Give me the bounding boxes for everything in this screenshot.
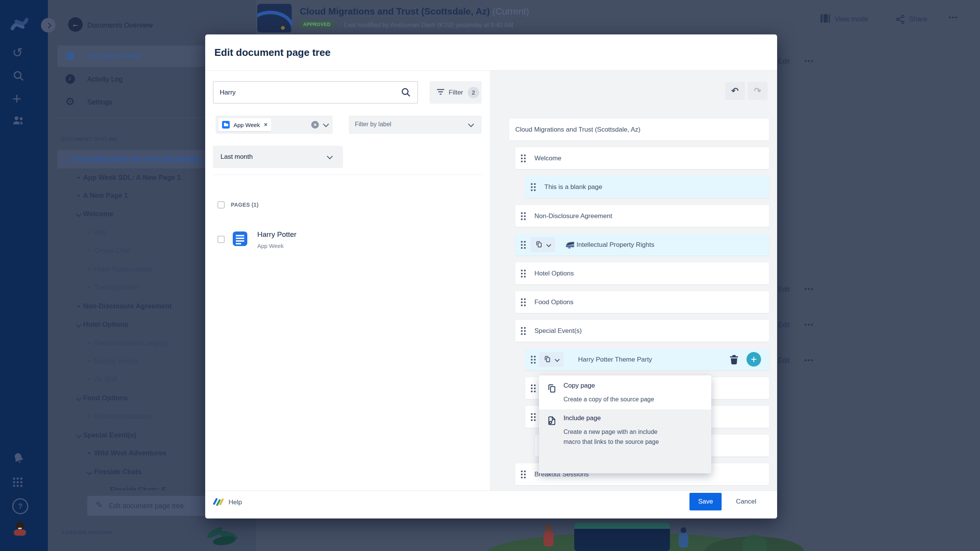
edit-link[interactable]: Edit [778, 285, 790, 293]
pages-group-checkbox[interactable] [217, 201, 225, 209]
drag-handle-icon[interactable] [521, 154, 526, 163]
k15t-logo-icon [214, 497, 224, 507]
create-icon[interactable]: + [12, 90, 21, 108]
view-mode-button[interactable]: View mode [835, 15, 869, 23]
space-chip[interactable]: App Week ✕ [218, 118, 271, 131]
expand-sidebar-button[interactable] [41, 18, 56, 33]
undo-button[interactable]: ↶ [725, 82, 745, 100]
bell-icon[interactable] [10, 450, 27, 468]
copy-icon [535, 240, 543, 250]
result-checkbox[interactable] [217, 236, 225, 243]
bullet-icon: • [77, 168, 80, 187]
clear-filter-icon[interactable]: ✕ [311, 121, 319, 129]
drag-handle-icon[interactable] [531, 413, 536, 421]
drag-handle-icon[interactable] [521, 241, 526, 249]
drag-handle-icon[interactable] [531, 355, 536, 364]
result-title[interactable]: Harry Potter [257, 230, 296, 239]
help-link[interactable]: Help [214, 497, 242, 507]
people-icon[interactable] [12, 115, 24, 127]
delete-page-button[interactable] [729, 354, 739, 366]
section-edit-row[interactable]: Edit••• [778, 357, 814, 365]
screen: ↺ + ? ← Documents Overview Document View… [0, 0, 980, 551]
filter-count-badge: 2 [468, 87, 479, 98]
share-button[interactable]: Share [909, 15, 927, 23]
redo-button[interactable]: ↷ [748, 82, 768, 100]
thumbnail-dot [281, 26, 285, 30]
chevron-down-icon [468, 121, 474, 127]
page-more-button[interactable]: ••• [949, 14, 958, 22]
space-filter-select[interactable]: App Week ✕ ✕ [216, 116, 333, 134]
chevron-down-icon [555, 357, 560, 362]
bullet-icon: • [88, 241, 91, 260]
drag-handle-icon[interactable] [521, 470, 526, 479]
tree-row-harry-potter-theme-party[interactable]: Harry Potter Theme Party + [525, 349, 769, 370]
drag-handle-icon[interactable] [531, 183, 536, 191]
bullet-icon: • [77, 186, 80, 205]
filter-button[interactable]: Filter 2 [430, 81, 482, 104]
last-modified-text: , Last modified by Anshuman Dash (K15t) … [339, 22, 513, 29]
chevron-down-icon[interactable] [323, 121, 329, 127]
clock-icon [65, 74, 75, 86]
breadcrumb[interactable]: Documents Overview [87, 21, 153, 29]
bullet-icon: • [88, 223, 91, 242]
tree-row[interactable]: This is a blank page [525, 176, 769, 198]
status-badge: APPROVED [300, 20, 334, 29]
drag-handle-icon[interactable] [521, 212, 526, 220]
back-button[interactable]: ← [68, 17, 83, 32]
app-switcher-icon[interactable] [12, 477, 23, 487]
search-icon[interactable] [400, 87, 411, 99]
drag-handle-icon[interactable] [521, 298, 526, 306]
copy-split-button[interactable] [531, 237, 555, 252]
edit-link[interactable]: Edit [778, 57, 790, 65]
version-history-section[interactable]: VERSION HISTORY [61, 530, 113, 535]
edit-link[interactable]: Edit [778, 357, 790, 364]
illustration-person-head [546, 525, 552, 531]
bullet-icon: • [88, 260, 91, 279]
tree-row[interactable]: Food Options [515, 291, 769, 313]
label-filter-select[interactable]: Filter by label [349, 116, 482, 134]
illustration-person-head [681, 527, 686, 533]
bullet-icon: • [88, 370, 91, 388]
bullet-icon: • [77, 297, 80, 315]
search-icon[interactable] [12, 70, 24, 83]
section-edit-row[interactable]: Edit••• [778, 57, 814, 65]
drag-handle-icon[interactable] [531, 384, 536, 393]
tree-row[interactable]: Non-Disclosure Agreement [515, 205, 769, 227]
filter-icon [436, 88, 445, 98]
search-input[interactable] [213, 81, 418, 104]
section-edit-row[interactable]: Edit••• [778, 285, 814, 293]
drag-handle-icon[interactable] [521, 327, 526, 335]
section-edit-row[interactable]: Edit••• [778, 321, 814, 329]
history-icon[interactable]: ↺ [12, 45, 23, 60]
tree-row[interactable]: Special Event(s) [515, 320, 769, 342]
copy-icon [544, 355, 551, 365]
section-more-button[interactable]: ••• [804, 357, 814, 364]
date-filter-select[interactable]: Last month [213, 146, 343, 168]
tree-row[interactable]: Hotel Options [515, 262, 769, 284]
result-subtitle: App Week [257, 243, 284, 249]
tree-row[interactable]: Welcome [515, 147, 769, 169]
add-page-button[interactable]: + [746, 352, 761, 367]
chevron-down-icon [327, 153, 333, 160]
help-icon[interactable]: ? [12, 498, 28, 514]
edit-link[interactable]: Edit [778, 321, 790, 329]
menu-item-include-page[interactable]: Include page Create a new page with an i… [539, 409, 711, 473]
chevron-down-icon [546, 242, 551, 247]
copy-split-button[interactable] [539, 352, 564, 367]
cancel-button[interactable]: Cancel [730, 493, 763, 510]
section-more-button[interactable]: ••• [804, 321, 814, 329]
section-more-button[interactable]: ••• [804, 57, 814, 65]
drag-handle-icon[interactable] [521, 269, 526, 278]
tree-root-card[interactable]: Cloud Migrations and Trust (Scottsdale, … [509, 119, 769, 140]
tree-row[interactable]: Intellectual Property Rights [515, 234, 769, 256]
confluence-logo-icon[interactable] [11, 16, 28, 34]
illustration-bush [743, 535, 766, 551]
include-page-icon [547, 416, 557, 427]
chip-remove-icon[interactable]: ✕ [264, 122, 268, 127]
pencil-icon: ✎ [96, 500, 103, 510]
bullet-icon: • [88, 444, 91, 462]
bullet-icon: • [88, 278, 91, 297]
train-emoji-icon [565, 240, 575, 250]
save-button[interactable]: Save [689, 493, 722, 510]
section-more-button[interactable]: ••• [804, 285, 814, 293]
